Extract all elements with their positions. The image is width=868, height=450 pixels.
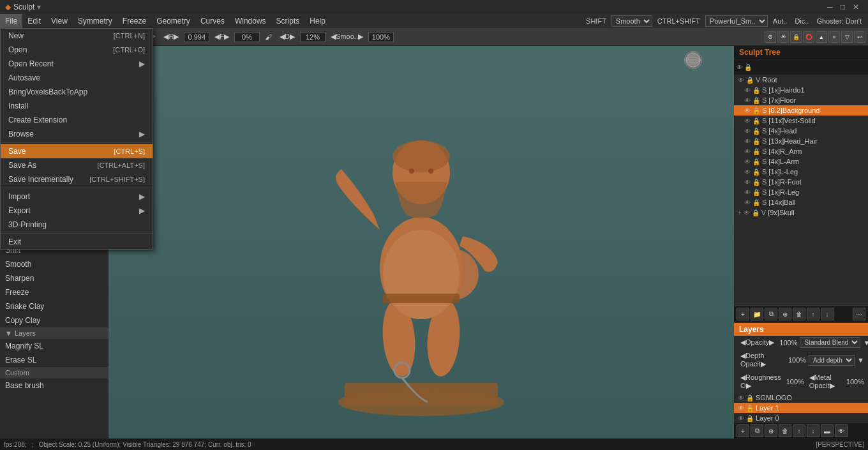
opacity-stepper[interactable]: ◀Opacity▶ <box>738 337 777 348</box>
sidebar-item-magnify-sl[interactable]: Magnify SL <box>0 339 108 353</box>
viewport-nav-sphere[interactable] <box>684 51 702 69</box>
sidebar-item-smooth[interactable]: Smooth <box>0 257 108 271</box>
depth-stepper[interactable]: ◀Depth Opacit▶ <box>738 350 786 370</box>
blend-select[interactable]: Standard Blend <box>800 337 860 348</box>
layer-btn-copy[interactable]: ⧉ <box>751 424 763 437</box>
tree-item-ball[interactable]: 👁 🔒 S [14x]Ball <box>734 197 868 207</box>
tree-item-r-leg[interactable]: 👁 🔒 S [1x]R-Leg <box>734 187 868 197</box>
toolbar-zoom[interactable]: 100% <box>368 32 394 42</box>
tree-item-l-leg[interactable]: 👁 🔒 S [1x]L-Leg <box>734 167 868 177</box>
toolbar-smooth[interactable]: ◀Smoo..▶ <box>328 31 366 42</box>
dd-import[interactable]: Import▶ <box>1 190 153 204</box>
toolbar-brush-icon[interactable]: 🖌 <box>262 32 274 42</box>
tree-item-r-foot[interactable]: 👁 🔒 S [1x]R-Foot <box>734 177 868 187</box>
toolbar-percent[interactable]: 12% <box>300 32 326 42</box>
layer-btn-flatten[interactable]: ▬ <box>821 424 834 437</box>
sidebar-item-snake-clay[interactable]: Snake Clay <box>0 299 108 313</box>
dd-install[interactable]: Install <box>1 99 153 113</box>
menu-file[interactable]: File New[CTRL+N] Open[CTRL+O] Open Recen… <box>0 14 22 28</box>
tree-item-background[interactable]: 👁 🔒 S [0.2]Background <box>734 105 868 116</box>
layer-btn-up[interactable]: ↑ <box>793 424 805 437</box>
menu-symmetry[interactable]: Symmetry <box>73 14 117 28</box>
dd-3d-printing[interactable]: 3D-Printing <box>1 218 153 232</box>
menu-scripts[interactable]: Scripts <box>271 14 305 28</box>
dd-create-extension[interactable]: Create Extension <box>1 113 153 127</box>
add-depth-select[interactable]: Add depth <box>809 355 855 366</box>
tree-btn-merge[interactable]: ⊕ <box>779 308 791 320</box>
menu-edit[interactable]: Edit <box>22 14 46 28</box>
smooth-select[interactable]: Smooth <box>611 15 652 27</box>
dd-open-recent[interactable]: Open Recent▶ <box>1 57 153 71</box>
tree-item-floor[interactable]: 👁 🔒 S [7x]Floor <box>734 95 868 105</box>
dd-save[interactable]: Save[CTRL+S] <box>1 144 153 158</box>
roughness-stepper[interactable]: ◀Roughness O▶ <box>738 372 784 391</box>
layer-btn-add[interactable]: + <box>737 424 749 437</box>
tree-item-vest[interactable]: 👁 🔒 S [11x]Vest-Solid <box>734 116 868 126</box>
toolbar-icon-5[interactable]: ▲ <box>816 31 827 43</box>
layer-btn-visibility[interactable]: 👁 <box>835 424 848 437</box>
sidebar-item-base-brush[interactable]: Base brush <box>0 379 108 393</box>
toolbar-icon-1[interactable]: ⚙ <box>765 31 776 43</box>
dd-save-as[interactable]: Save As[CTRL+ALT+S] <box>1 158 153 172</box>
dd-autosave[interactable]: Autosave <box>1 71 153 85</box>
toolbar-icon-6[interactable]: ≡ <box>828 31 840 43</box>
tree-item-head-hair[interactable]: 👁 🔒 S [13x]Head_Hair <box>734 136 868 146</box>
opacity-value: 100% <box>779 339 797 347</box>
dd-save-incrementally[interactable]: Save Incrementally[CTRL+SHIFT+S] <box>1 172 153 186</box>
powerful-select[interactable]: Powerful_Sm.. <box>705 15 768 27</box>
toolbar-angle[interactable]: 0% <box>234 32 260 42</box>
menu-view[interactable]: View <box>46 14 73 28</box>
tree-btn-delete[interactable]: 🗑 <box>793 308 805 320</box>
layer-btn-merge[interactable]: ⊕ <box>765 424 777 437</box>
layer-item-layer0[interactable]: 👁 🔒 Layer 0 <box>734 413 868 423</box>
tree-scroll-down[interactable]: ⋯ <box>853 308 865 320</box>
layer-btn-delete[interactable]: 🗑 <box>779 424 791 437</box>
dd-browse[interactable]: Browse▶ <box>1 127 153 141</box>
tree-btn-copy[interactable]: ⧉ <box>765 308 777 320</box>
tree-item-root[interactable]: 👁 🔒 V Root <box>734 75 868 85</box>
toolbar-icon-7[interactable]: ▽ <box>841 31 853 43</box>
window-minimize[interactable]: ─ <box>823 3 837 11</box>
menu-windows[interactable]: Windows <box>230 14 271 28</box>
layer-item-sgmlogo[interactable]: 👁 🔒 SGMLOGO <box>734 393 868 403</box>
metal-stepper[interactable]: ◀Metal Opacit▶ <box>807 372 844 391</box>
dd-export[interactable]: Export▶ <box>1 204 153 218</box>
sidebar-item-copy-clay[interactable]: Copy Clay <box>0 313 108 327</box>
tree-eye-all[interactable]: 👁 <box>737 64 743 71</box>
dd-open[interactable]: Open[CTRL+O] <box>1 43 153 57</box>
tree-item-l-arm[interactable]: 👁 🔒 S [4x]L-Arm <box>734 156 868 167</box>
tree-btn-more[interactable]: ⋯ <box>853 308 865 320</box>
tree-item-head[interactable]: 👁 🔒 S [4x]Head <box>734 126 868 136</box>
toolbar-icon-4[interactable]: ⭕ <box>803 31 814 43</box>
viewport[interactable]: Front <box>108 46 734 439</box>
eye-icon: 👁 <box>738 77 744 84</box>
tree-item-hairdo1[interactable]: 👁 🔒 S [1x]Hairdo1 <box>734 85 868 95</box>
tree-item-skull[interactable]: + 👁 🔒 V [9x]Skull <box>734 207 868 218</box>
toolbar-intensity[interactable]: 0.994 <box>184 32 209 42</box>
tree-btn-add[interactable]: + <box>737 308 749 320</box>
dd-bring-voxels[interactable]: BringVoxelsBackToApp <box>1 85 153 99</box>
tree-item-r-arm[interactable]: 👁 🔒 S [4x]R_Arm <box>734 146 868 156</box>
window-maximize[interactable]: □ <box>837 3 849 11</box>
menu-curves[interactable]: Curves <box>195 14 230 28</box>
dd-new[interactable]: New[CTRL+N] <box>1 29 153 43</box>
sidebar-item-erase-sl[interactable]: Erase SL <box>0 353 108 367</box>
layers-header: Layers <box>734 323 868 336</box>
menu-freeze[interactable]: Freeze <box>117 14 151 28</box>
toolbar-icon-8[interactable]: ↩ <box>854 31 865 43</box>
tree-lock-all[interactable]: 🔒 <box>744 64 752 71</box>
menu-geometry[interactable]: Geometry <box>151 14 195 28</box>
sidebar-item-sharpen[interactable]: Sharpen <box>0 271 108 285</box>
window-close[interactable]: ✕ <box>849 3 863 11</box>
toolbar-icon-2[interactable]: 👁 <box>777 31 789 43</box>
tree-btn-folder[interactable]: 📁 <box>751 308 763 320</box>
toolbar-icon-3[interactable]: 🔒 <box>790 31 802 43</box>
layer-btn-down[interactable]: ↓ <box>807 424 819 437</box>
tree-btn-move-down[interactable]: ↓ <box>821 308 834 320</box>
layer-item-layer1[interactable]: 👁 🔒 Layer 1 <box>734 403 868 413</box>
nav-sphere-icon[interactable] <box>684 51 702 69</box>
sidebar-item-freeze[interactable]: Freeze <box>0 285 108 299</box>
dd-exit[interactable]: Exit <box>1 235 153 249</box>
tree-btn-move-up[interactable]: ↑ <box>807 308 819 320</box>
menu-help[interactable]: Help <box>304 14 331 28</box>
